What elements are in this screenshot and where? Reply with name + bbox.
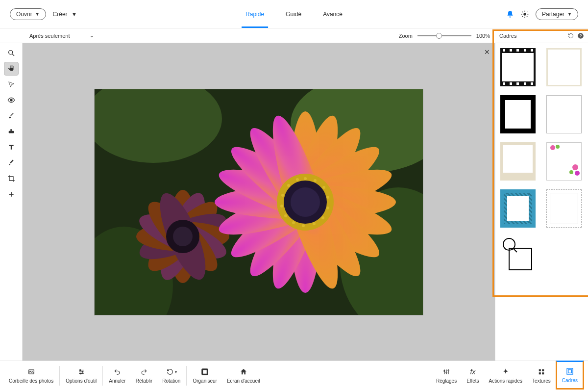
text-tool[interactable] bbox=[4, 140, 19, 154]
tool-options-label: Options d'outil bbox=[66, 378, 97, 384]
svg-point-0 bbox=[523, 13, 526, 15]
home-button[interactable]: Ecran d'accueil bbox=[222, 361, 265, 390]
effects-label: Effets bbox=[466, 378, 479, 384]
tool-options-icon bbox=[77, 367, 85, 376]
zoom-slider-thumb[interactable] bbox=[436, 33, 442, 39]
tab-rapid[interactable]: Rapide bbox=[242, 0, 268, 28]
svg-point-81 bbox=[446, 372, 447, 373]
quick-actions-button[interactable]: Actions rapides bbox=[484, 361, 527, 390]
share-button[interactable]: Partager ▼ bbox=[536, 8, 578, 20]
divider bbox=[59, 366, 60, 386]
add-tool[interactable] bbox=[4, 187, 19, 201]
svg-rect-84 bbox=[542, 369, 544, 371]
organizer-button[interactable]: Organiseur bbox=[188, 361, 221, 390]
main-region: ✕ bbox=[0, 43, 588, 361]
frame-blue-weave[interactable] bbox=[500, 189, 536, 228]
rotation-label: Rotation bbox=[162, 378, 180, 384]
effects-button[interactable]: fx Effets bbox=[462, 361, 484, 390]
svg-point-73 bbox=[82, 371, 83, 372]
svg-point-43 bbox=[291, 187, 320, 217]
svg-line-8 bbox=[527, 11, 527, 12]
frame-polaroid[interactable] bbox=[500, 142, 536, 181]
chevron-down-icon: ▼ bbox=[72, 11, 77, 18]
svg-point-55 bbox=[281, 194, 284, 197]
svg-text:?: ? bbox=[580, 34, 582, 38]
textures-button[interactable]: Textures bbox=[527, 361, 556, 390]
organizer-label: Organiseur bbox=[193, 378, 217, 384]
photo-bin-button[interactable]: Corbeille des photos bbox=[4, 361, 58, 390]
canvas-area[interactable]: ✕ bbox=[23, 43, 495, 361]
tab-advanced[interactable]: Avancé bbox=[319, 0, 346, 28]
textures-label: Textures bbox=[532, 378, 551, 384]
bell-icon[interactable] bbox=[506, 10, 514, 18]
redo-icon bbox=[140, 367, 148, 376]
view-mode-select[interactable]: Après seulement ⌄ bbox=[29, 33, 94, 39]
effects-icon: fx bbox=[470, 367, 475, 376]
svg-point-61 bbox=[556, 145, 560, 149]
svg-point-57 bbox=[296, 178, 299, 181]
frames-panel-title: Cadres bbox=[499, 33, 516, 39]
organizer-icon bbox=[200, 367, 209, 376]
bottom-bar: Corbeille des photos Options d'outil Ann… bbox=[0, 361, 588, 390]
clone-tool[interactable] bbox=[4, 125, 19, 138]
zoom-slider[interactable] bbox=[417, 35, 471, 36]
tab-guide[interactable]: Guidé bbox=[282, 0, 305, 28]
svg-point-50 bbox=[313, 222, 316, 225]
svg-rect-83 bbox=[539, 369, 541, 371]
undo-icon bbox=[113, 367, 121, 376]
svg-rect-87 bbox=[567, 368, 573, 374]
share-button-label: Partager bbox=[542, 11, 564, 18]
create-menu-label: Créer bbox=[53, 11, 68, 18]
frame-magnifier[interactable] bbox=[500, 236, 536, 275]
photo-canvas[interactable] bbox=[95, 89, 423, 315]
undo-button[interactable]: Annuler bbox=[104, 361, 130, 390]
home-icon bbox=[240, 367, 247, 376]
chevron-down-icon: ▼ bbox=[567, 12, 572, 17]
svg-rect-12 bbox=[8, 131, 14, 133]
frames-icon bbox=[566, 367, 574, 376]
svg-point-45 bbox=[314, 179, 317, 182]
svg-point-11 bbox=[10, 99, 12, 101]
hand-tool[interactable] bbox=[4, 62, 19, 76]
rotation-icon: ▾ bbox=[166, 367, 177, 376]
rotation-button[interactable]: ▾ Rotation bbox=[157, 361, 185, 390]
home-label: Ecran d'accueil bbox=[227, 378, 260, 384]
undo-label: Annuler bbox=[109, 378, 125, 384]
crop-tool[interactable] bbox=[4, 172, 19, 185]
frame-thick-black[interactable] bbox=[500, 95, 536, 133]
zoom-label: Zoom bbox=[399, 33, 413, 39]
adjustments-button[interactable]: Réglages bbox=[431, 361, 462, 390]
frame-stamp[interactable] bbox=[546, 189, 582, 228]
svg-point-54 bbox=[280, 205, 283, 208]
svg-point-44 bbox=[304, 177, 307, 180]
frames-button-label: Cadres bbox=[562, 378, 578, 383]
frame-thin[interactable] bbox=[546, 95, 582, 133]
close-icon[interactable]: ✕ bbox=[484, 48, 490, 56]
brush-tool[interactable] bbox=[4, 109, 19, 123]
eye-tool[interactable] bbox=[4, 93, 19, 107]
reset-icon[interactable] bbox=[567, 33, 574, 39]
help-icon[interactable]: ? bbox=[577, 32, 584, 39]
chevron-down-icon: ⌄ bbox=[90, 33, 94, 38]
svg-line-7 bbox=[522, 16, 523, 17]
divider bbox=[186, 366, 187, 386]
frames-button[interactable]: Cadres bbox=[556, 361, 584, 390]
tool-options-button[interactable]: Options d'outil bbox=[61, 361, 101, 390]
eyedropper-tool[interactable] bbox=[4, 156, 19, 170]
svg-point-51 bbox=[302, 224, 305, 227]
zoom-tool[interactable] bbox=[4, 46, 19, 60]
svg-point-46 bbox=[322, 186, 325, 189]
frames-panel: Cadres ? bbox=[495, 43, 588, 361]
open-button[interactable]: Ouvrir ▼ bbox=[10, 8, 46, 20]
selection-tool[interactable] bbox=[4, 78, 19, 91]
create-menu[interactable]: Créer ▼ bbox=[53, 11, 77, 18]
svg-point-82 bbox=[448, 370, 449, 371]
frame-light-border[interactable] bbox=[546, 48, 582, 86]
frame-flowers[interactable] bbox=[546, 142, 582, 181]
redo-button[interactable]: Rétablir bbox=[131, 361, 157, 390]
frame-film[interactable] bbox=[500, 48, 536, 86]
svg-point-64 bbox=[569, 170, 573, 174]
zoom-value: 100% bbox=[476, 33, 490, 39]
brightness-icon[interactable] bbox=[521, 10, 529, 18]
svg-line-10 bbox=[12, 54, 14, 56]
